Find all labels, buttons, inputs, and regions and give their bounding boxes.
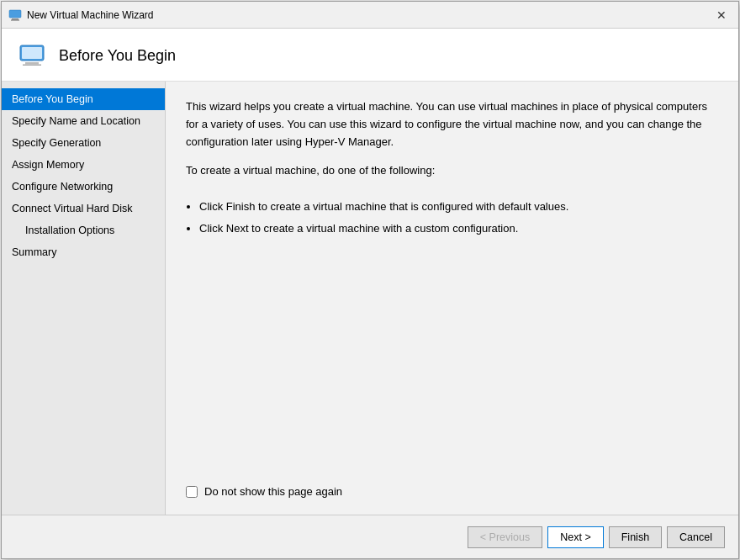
do-not-show-row: Do not show this page again [186, 468, 718, 498]
svg-rect-6 [23, 65, 41, 66]
previous-button[interactable]: < Previous [468, 526, 542, 548]
header-vm-icon [18, 42, 45, 69]
svg-rect-4 [22, 47, 42, 59]
close-button[interactable]: ✕ [711, 5, 732, 25]
cancel-button[interactable]: Cancel [667, 526, 725, 548]
nav-item-summary[interactable]: Summary [2, 241, 165, 263]
nav-item-memory[interactable]: Assign Memory [2, 154, 165, 176]
instructions-list: Click Finish to create a virtual machine… [199, 198, 718, 241]
page-title: Before You Begin [59, 47, 176, 65]
bullet-finish: Click Finish to create a virtual machine… [199, 198, 718, 215]
do-not-show-label[interactable]: Do not show this page again [204, 485, 342, 498]
do-not-show-checkbox[interactable] [186, 486, 198, 498]
svg-rect-0 [9, 10, 21, 18]
wizard-window: New Virtual Machine Wizard ✕ Before You … [1, 1, 739, 559]
wizard-header: Before You Begin [2, 29, 738, 82]
window-title: New Virtual Machine Wizard [27, 9, 711, 21]
nav-item-installation-options[interactable]: Installation Options [2, 219, 165, 241]
nav-item-networking[interactable]: Configure Networking [2, 176, 165, 198]
instructions-lead: To create a virtual machine, do one of t… [186, 162, 718, 180]
svg-rect-1 [12, 18, 18, 20]
nav-item-name-location[interactable]: Specify Name and Location [2, 110, 165, 132]
title-bar: New Virtual Machine Wizard ✕ [2, 2, 738, 29]
window-icon [8, 8, 22, 22]
nav-item-generation[interactable]: Specify Generation [2, 132, 165, 154]
nav-item-hard-disk[interactable]: Connect Virtual Hard Disk [2, 198, 165, 219]
nav-item-before-you-begin[interactable]: Before You Begin [2, 88, 165, 110]
wizard-footer: < Previous Next > Finish Cancel [2, 515, 738, 558]
wizard-body: Before You Begin Specify Name and Locati… [2, 82, 738, 515]
finish-button[interactable]: Finish [609, 526, 662, 548]
wizard-nav: Before You Begin Specify Name and Locati… [2, 82, 166, 515]
svg-rect-2 [11, 19, 19, 20]
next-button[interactable]: Next > [547, 526, 603, 548]
svg-rect-5 [25, 62, 39, 65]
intro-paragraph: This wizard helps you create a virtual m… [186, 98, 718, 151]
bullet-next: Click Next to create a virtual machine w… [199, 220, 718, 237]
wizard-content: This wizard helps you create a virtual m… [166, 82, 738, 515]
